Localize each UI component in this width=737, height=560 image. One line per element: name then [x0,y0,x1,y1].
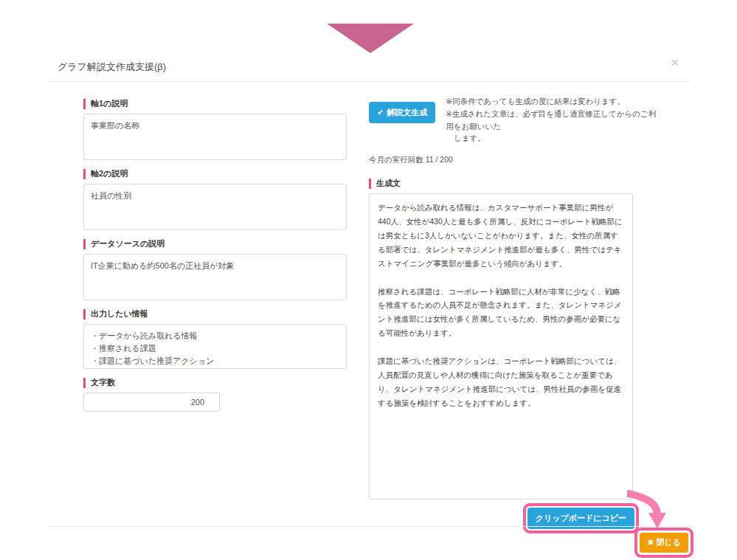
field-label-axis2: 軸2の説明 [83,168,347,179]
close-button[interactable]: ✖ 閉じる [639,532,689,553]
field-label-generated-text: 生成文 [369,178,657,189]
field-label-char-count: 文字数 [83,377,347,388]
close-button-label: 閉じる [656,537,681,548]
close-x-icon: ✖ [647,538,654,547]
close-icon[interactable]: × [671,56,679,69]
field-label-text: 軸1の説明 [91,98,128,109]
field-label-axis1: 軸1の説明 [83,98,347,109]
field-label-text: データソースの説明 [91,238,165,249]
output-info-input[interactable]: ・データから読み取れる情報 ・推察される課題 ・課題に基づいた推奨アクション [83,324,347,369]
axis1-description-input[interactable]: 事業部の名称 [83,114,347,160]
field-axis2: 軸2の説明 社員の性別 [83,168,347,230]
axis2-description-input[interactable]: 社員の性別 [83,184,347,230]
monthly-usage-count: 今月の実行回数 11 / 200 [369,155,657,165]
field-char-count: 文字数 [83,377,347,412]
input-form: 軸1の説明 事業部の名称 軸2の説明 社員の性別 データソースの説明 [83,98,347,420]
field-label-text: 出力したい情報 [91,308,148,319]
dialog-body: 軸1の説明 事業部の名称 軸2の説明 社員の性別 データソースの説明 [46,82,691,526]
datasource-description-input[interactable]: IT企業に勤める約500名の正社員が対象 [83,254,347,300]
generated-text-output[interactable]: データから読み取れる情報は、カスタマーサポート事業部に男性が440人、女性が43… [369,193,633,499]
dialog-title: グラフ解説文作成支援(β) [58,61,166,74]
generate-button-label: 解説文生成 [387,107,427,118]
page: グラフ解説文作成支援(β) × 軸1の説明 事業部の名称 軸2の説明 [0,0,737,560]
note-line: します。 [446,132,657,145]
close-button-area: ✖ 閉じる [634,528,693,558]
annotation-down-arrow-icon [327,24,414,53]
label-bar-icon [369,179,371,189]
note-line: ※生成された文章は、必ず目を通し適宜修正してからのご利用をお願いいた [446,108,657,133]
label-bar-icon [83,169,86,179]
field-label-text: 軸2の説明 [91,168,128,179]
check-icon: ✔ [377,108,384,117]
field-axis1: 軸1の説明 事業部の名称 [83,98,347,160]
field-label-datasource: データソースの説明 [83,238,347,249]
generation-notes: ※同条件であっても生成の度に結果は変わります。 ※生成された文章は、必ず目を通し… [446,95,657,145]
field-datasource: データソースの説明 IT企業に勤める約500名の正社員が対象 [83,238,347,300]
generate-row: ✔ 解説文生成 ※同条件であっても生成の度に結果は変わります。 ※生成された文章… [369,95,657,145]
graph-explanation-dialog: グラフ解説文作成支援(β) × 軸1の説明 事業部の名称 軸2の説明 [46,53,691,560]
char-count-input[interactable] [83,393,220,412]
label-bar-icon [83,99,86,109]
field-label-text: 文字数 [91,377,115,388]
generate-button[interactable]: ✔ 解説文生成 [369,102,435,123]
dialog-footer: ✖ 閉じる [46,526,691,560]
label-bar-icon [83,378,86,388]
field-label-text: 生成文 [376,178,401,189]
close-button-highlight: ✖ 閉じる [634,528,693,558]
field-output-info: 出力したい情報 ・データから読み取れる情報 ・推察される課題 ・課題に基づいた推… [83,308,347,369]
field-label-output-info: 出力したい情報 [83,308,347,319]
label-bar-icon [83,309,86,319]
dialog-header: グラフ解説文作成支援(β) × [46,53,691,82]
generation-panel: ✔ 解説文生成 ※同条件であっても生成の度に結果は変わります。 ※生成された文章… [369,95,657,533]
note-line: ※同条件であっても生成の度に結果は変わります。 [446,95,657,108]
label-bar-icon [83,239,86,249]
